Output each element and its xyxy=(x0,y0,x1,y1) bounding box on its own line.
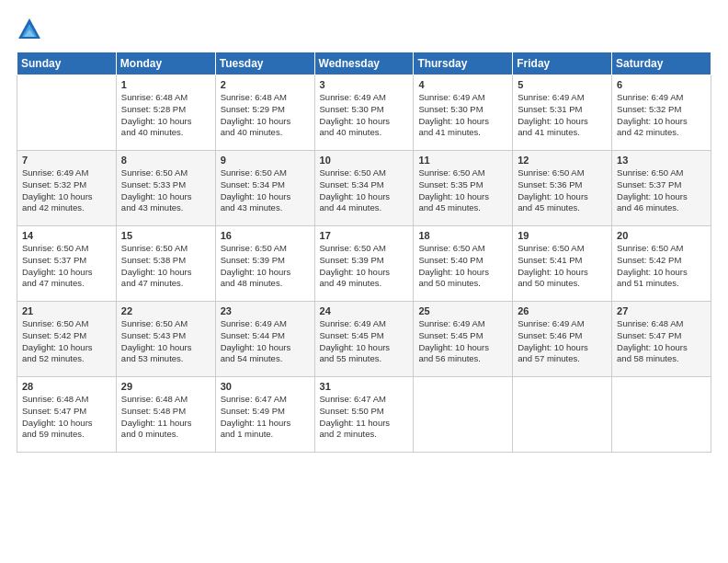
day-number: 9 xyxy=(221,155,310,166)
calendar-cell: 19Sunrise: 6:50 AM Sunset: 5:41 PM Dayli… xyxy=(513,226,612,302)
calendar-cell: 26Sunrise: 6:49 AM Sunset: 5:46 PM Dayli… xyxy=(513,302,612,377)
logo-icon xyxy=(17,17,42,42)
calendar-cell: 6Sunrise: 6:49 AM Sunset: 5:32 PM Daylig… xyxy=(612,75,711,151)
day-number: 19 xyxy=(518,230,607,241)
header-day-tuesday: Tuesday xyxy=(215,52,314,75)
calendar-cell: 11Sunrise: 6:50 AM Sunset: 5:35 PM Dayli… xyxy=(414,151,513,226)
day-number: 23 xyxy=(221,305,310,316)
cell-info: Sunrise: 6:49 AM Sunset: 5:45 PM Dayligh… xyxy=(320,318,409,365)
day-number: 5 xyxy=(518,79,607,90)
day-number: 17 xyxy=(320,230,409,241)
calendar-cell: 29Sunrise: 6:48 AM Sunset: 5:48 PM Dayli… xyxy=(116,377,215,453)
cell-info: Sunrise: 6:50 AM Sunset: 5:41 PM Dayligh… xyxy=(518,243,607,290)
day-number: 10 xyxy=(320,155,409,166)
day-number: 6 xyxy=(617,79,706,90)
cell-info: Sunrise: 6:48 AM Sunset: 5:47 PM Dayligh… xyxy=(617,318,706,365)
header xyxy=(17,17,711,42)
calendar-cell: 15Sunrise: 6:50 AM Sunset: 5:38 PM Dayli… xyxy=(116,226,215,302)
day-number: 13 xyxy=(617,155,706,166)
day-number: 2 xyxy=(221,79,310,90)
cell-info: Sunrise: 6:50 AM Sunset: 5:34 PM Dayligh… xyxy=(320,167,409,214)
week-row-5: 28Sunrise: 6:48 AM Sunset: 5:47 PM Dayli… xyxy=(17,377,711,453)
cell-info: Sunrise: 6:47 AM Sunset: 5:49 PM Dayligh… xyxy=(221,394,310,441)
cell-info: Sunrise: 6:49 AM Sunset: 5:31 PM Dayligh… xyxy=(518,92,607,139)
calendar-cell: 13Sunrise: 6:50 AM Sunset: 5:37 PM Dayli… xyxy=(612,151,711,226)
calendar-cell: 16Sunrise: 6:50 AM Sunset: 5:39 PM Dayli… xyxy=(215,226,314,302)
calendar-cell: 3Sunrise: 6:49 AM Sunset: 5:30 PM Daylig… xyxy=(314,75,414,151)
cell-info: Sunrise: 6:49 AM Sunset: 5:46 PM Dayligh… xyxy=(518,318,607,365)
calendar-cell: 12Sunrise: 6:50 AM Sunset: 5:36 PM Dayli… xyxy=(513,151,612,226)
week-row-1: 1Sunrise: 6:48 AM Sunset: 5:28 PM Daylig… xyxy=(17,75,711,151)
day-number: 15 xyxy=(121,230,210,241)
day-number: 31 xyxy=(320,381,409,392)
calendar-cell: 14Sunrise: 6:50 AM Sunset: 5:37 PM Dayli… xyxy=(17,226,117,302)
calendar-header: SundayMondayTuesdayWednesdayThursdayFrid… xyxy=(17,52,711,75)
cell-info: Sunrise: 6:50 AM Sunset: 5:39 PM Dayligh… xyxy=(320,243,409,290)
cell-info: Sunrise: 6:48 AM Sunset: 5:47 PM Dayligh… xyxy=(22,394,111,441)
day-number: 11 xyxy=(418,155,507,166)
day-number: 22 xyxy=(121,305,210,316)
header-day-thursday: Thursday xyxy=(414,52,513,75)
cell-info: Sunrise: 6:48 AM Sunset: 5:48 PM Dayligh… xyxy=(121,394,210,441)
cell-info: Sunrise: 6:49 AM Sunset: 5:32 PM Dayligh… xyxy=(617,92,706,139)
day-number: 26 xyxy=(518,305,607,316)
cell-info: Sunrise: 6:50 AM Sunset: 5:35 PM Dayligh… xyxy=(418,167,507,214)
cell-info: Sunrise: 6:50 AM Sunset: 5:38 PM Dayligh… xyxy=(121,243,210,290)
calendar-cell: 28Sunrise: 6:48 AM Sunset: 5:47 PM Dayli… xyxy=(17,377,117,453)
header-day-monday: Monday xyxy=(116,52,215,75)
day-number: 25 xyxy=(418,305,507,316)
header-day-wednesday: Wednesday xyxy=(314,52,414,75)
cell-info: Sunrise: 6:49 AM Sunset: 5:32 PM Dayligh… xyxy=(22,167,111,214)
cell-info: Sunrise: 6:49 AM Sunset: 5:44 PM Dayligh… xyxy=(221,318,310,365)
day-number: 1 xyxy=(121,79,210,90)
calendar-cell: 20Sunrise: 6:50 AM Sunset: 5:42 PM Dayli… xyxy=(612,226,711,302)
cell-info: Sunrise: 6:49 AM Sunset: 5:30 PM Dayligh… xyxy=(418,92,507,139)
day-number: 29 xyxy=(121,381,210,392)
calendar-cell: 31Sunrise: 6:47 AM Sunset: 5:50 PM Dayli… xyxy=(314,377,414,453)
calendar-cell: 2Sunrise: 6:48 AM Sunset: 5:29 PM Daylig… xyxy=(215,75,314,151)
calendar-cell xyxy=(17,75,117,151)
cell-info: Sunrise: 6:48 AM Sunset: 5:28 PM Dayligh… xyxy=(121,92,210,139)
calendar-cell: 24Sunrise: 6:49 AM Sunset: 5:45 PM Dayli… xyxy=(314,302,414,377)
calendar-cell: 30Sunrise: 6:47 AM Sunset: 5:49 PM Dayli… xyxy=(215,377,314,453)
calendar-cell: 8Sunrise: 6:50 AM Sunset: 5:33 PM Daylig… xyxy=(116,151,215,226)
day-number: 8 xyxy=(121,155,210,166)
calendar-cell: 27Sunrise: 6:48 AM Sunset: 5:47 PM Dayli… xyxy=(612,302,711,377)
header-day-friday: Friday xyxy=(513,52,612,75)
cell-info: Sunrise: 6:50 AM Sunset: 5:42 PM Dayligh… xyxy=(22,318,111,365)
cell-info: Sunrise: 6:50 AM Sunset: 5:34 PM Dayligh… xyxy=(221,167,310,214)
week-row-4: 21Sunrise: 6:50 AM Sunset: 5:42 PM Dayli… xyxy=(17,302,711,377)
day-number: 20 xyxy=(617,230,706,241)
cell-info: Sunrise: 6:50 AM Sunset: 5:37 PM Dayligh… xyxy=(617,167,706,214)
week-row-3: 14Sunrise: 6:50 AM Sunset: 5:37 PM Dayli… xyxy=(17,226,711,302)
calendar-cell: 17Sunrise: 6:50 AM Sunset: 5:39 PM Dayli… xyxy=(314,226,414,302)
calendar-table: SundayMondayTuesdayWednesdayThursdayFrid… xyxy=(17,52,711,453)
day-number: 24 xyxy=(320,305,409,316)
cell-info: Sunrise: 6:50 AM Sunset: 5:43 PM Dayligh… xyxy=(121,318,210,365)
calendar-cell: 10Sunrise: 6:50 AM Sunset: 5:34 PM Dayli… xyxy=(314,151,414,226)
calendar-cell xyxy=(414,377,513,453)
header-day-saturday: Saturday xyxy=(612,52,711,75)
page: SundayMondayTuesdayWednesdayThursdayFrid… xyxy=(0,0,728,563)
cell-info: Sunrise: 6:50 AM Sunset: 5:37 PM Dayligh… xyxy=(22,243,111,290)
day-number: 18 xyxy=(418,230,507,241)
week-row-2: 7Sunrise: 6:49 AM Sunset: 5:32 PM Daylig… xyxy=(17,151,711,226)
day-number: 12 xyxy=(518,155,607,166)
calendar-cell: 1Sunrise: 6:48 AM Sunset: 5:28 PM Daylig… xyxy=(116,75,215,151)
header-row: SundayMondayTuesdayWednesdayThursdayFrid… xyxy=(17,52,711,75)
cell-info: Sunrise: 6:48 AM Sunset: 5:29 PM Dayligh… xyxy=(221,92,310,139)
day-number: 14 xyxy=(22,230,111,241)
day-number: 27 xyxy=(617,305,706,316)
day-number: 16 xyxy=(221,230,310,241)
calendar-cell: 7Sunrise: 6:49 AM Sunset: 5:32 PM Daylig… xyxy=(17,151,117,226)
calendar-cell: 22Sunrise: 6:50 AM Sunset: 5:43 PM Dayli… xyxy=(116,302,215,377)
day-number: 30 xyxy=(221,381,310,392)
cell-info: Sunrise: 6:50 AM Sunset: 5:40 PM Dayligh… xyxy=(418,243,507,290)
cell-info: Sunrise: 6:50 AM Sunset: 5:39 PM Dayligh… xyxy=(221,243,310,290)
cell-info: Sunrise: 6:50 AM Sunset: 5:33 PM Dayligh… xyxy=(121,167,210,214)
calendar-cell: 18Sunrise: 6:50 AM Sunset: 5:40 PM Dayli… xyxy=(414,226,513,302)
cell-info: Sunrise: 6:50 AM Sunset: 5:36 PM Dayligh… xyxy=(518,167,607,214)
calendar-cell xyxy=(513,377,612,453)
cell-info: Sunrise: 6:49 AM Sunset: 5:30 PM Dayligh… xyxy=(320,92,409,139)
cell-info: Sunrise: 6:50 AM Sunset: 5:42 PM Dayligh… xyxy=(617,243,706,290)
